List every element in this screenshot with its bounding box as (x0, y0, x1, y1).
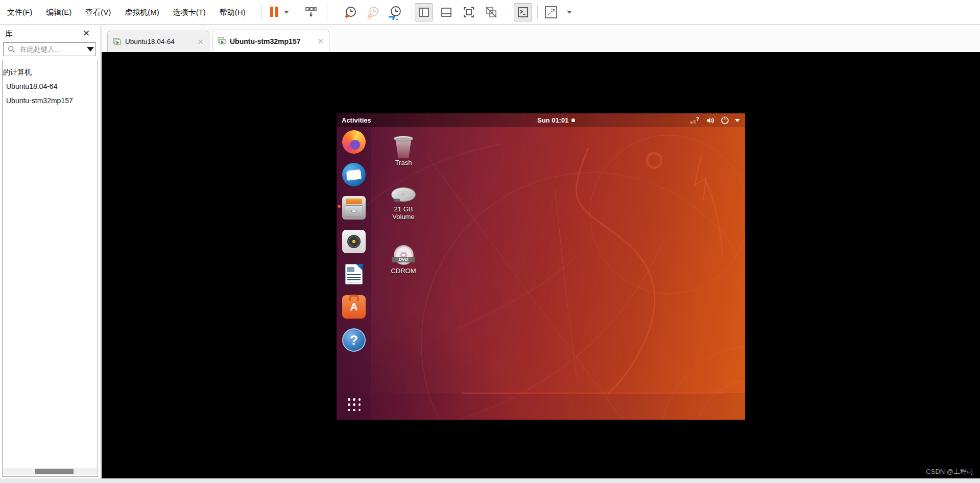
system-status-icons[interactable]: ? (690, 113, 740, 127)
pause-vm-button[interactable] (270, 7, 278, 17)
tree-item-my-computer[interactable]: 我的计算机 (2, 65, 98, 79)
desktop-icon-trash[interactable]: Trash (384, 136, 423, 166)
menubar: 文件(F) 编辑(E) 查看(V) 虚拟机(M) 选项卡(T) 帮助(H) (0, 0, 980, 25)
menu-items: 文件(F) 编辑(E) 查看(V) 虚拟机(M) 选项卡(T) 帮助(H) (7, 0, 246, 25)
vm-tab-icon (218, 37, 226, 45)
fullscreen-dropdown-caret[interactable] (567, 11, 572, 14)
vm-tab-icon (113, 38, 122, 45)
free-stretch-disabled-button[interactable] (482, 3, 500, 21)
clock-button[interactable]: Sun 01:01 (537, 113, 575, 127)
toolbar-separator (299, 5, 299, 19)
running-indicator-dot (338, 205, 341, 208)
toolbar-separator (261, 5, 262, 19)
menu-view[interactable]: 查看(V) (85, 8, 111, 17)
vm-viewport: Activities Sun 01:01 ? (102, 52, 980, 478)
show-applications-button[interactable] (348, 398, 361, 412)
hdd-icon (391, 186, 416, 205)
volume-icon (706, 116, 715, 125)
ubuntu-screen[interactable]: Activities Sun 01:01 ? (337, 113, 745, 420)
tree-item-ubuntu-stm32[interactable]: Ubuntu-stm32mp157 (6, 93, 98, 108)
power-icon (721, 116, 729, 125)
clock-text: Sun 01:01 (537, 116, 568, 124)
activities-button[interactable]: Activities (342, 116, 371, 124)
send-ctrl-alt-del-button[interactable] (304, 6, 318, 19)
svg-text:?: ? (696, 116, 699, 122)
library-close-icon[interactable]: ✕ (83, 28, 90, 39)
dock-libreoffice-writer-icon[interactable] (342, 262, 366, 286)
scrollbar-thumb[interactable] (35, 469, 74, 474)
dock-firefox-icon[interactable] (342, 130, 366, 154)
horizontal-scrollbar[interactable] (3, 468, 97, 475)
cdrom-icon: DVD (393, 245, 414, 267)
fit-guest-button[interactable] (460, 3, 478, 21)
search-dropdown-caret[interactable] (87, 47, 94, 52)
tree-item-ubuntu18[interactable]: Ubuntu18.04-64 (6, 79, 98, 93)
tab-close-icon[interactable]: ✕ (197, 37, 204, 46)
tab-label: Ubuntu18.04-64 (125, 38, 175, 45)
network-unknown-icon: ? (690, 116, 700, 125)
toolbar-separator (412, 5, 412, 19)
search-placeholder: 在此处键入... (20, 45, 87, 54)
dock-thunderbird-icon[interactable] (342, 163, 366, 186)
menu-file[interactable]: 文件(F) (7, 8, 32, 17)
ubuntu-dock: A ? (337, 127, 371, 420)
main-area: Ubuntu18.04-64 ✕ Ubuntu-stm32mp157 ✕ (102, 25, 980, 478)
trash-label: Trash (384, 159, 423, 166)
library-title: 库 (5, 29, 13, 39)
tab-strip: Ubuntu18.04-64 ✕ Ubuntu-stm32mp157 ✕ (102, 25, 980, 52)
revert-snapshot-button[interactable] (366, 6, 380, 20)
dock-ubuntu-software-icon[interactable]: A (342, 295, 366, 319)
system-menu-caret (735, 119, 740, 122)
menu-vm[interactable]: 虚拟机(M) (125, 8, 159, 17)
dock-rhythmbox-icon[interactable] (342, 230, 366, 253)
enter-fullscreen-button[interactable] (544, 6, 558, 19)
show-thumbnail-bar-button[interactable] (437, 3, 456, 21)
dock-files-icon[interactable] (342, 196, 366, 220)
show-library-button[interactable] (415, 3, 433, 21)
cdrom-label: CDROM (384, 267, 423, 275)
toolbar-separator (537, 5, 538, 19)
tab-ubuntu18[interactable]: Ubuntu18.04-64 ✕ (107, 31, 209, 52)
desktop-icon-volume[interactable]: 21 GB Volume (384, 186, 423, 221)
power-dropdown-caret[interactable] (284, 11, 289, 14)
volume-label: 21 GB Volume (388, 205, 419, 221)
tab-label: Ubuntu-stm32mp157 (230, 37, 300, 45)
toolbar-separator (327, 5, 327, 19)
take-snapshot-button[interactable] (343, 6, 357, 20)
dock-help-icon[interactable]: ? (342, 328, 366, 352)
vm-tree: 我的计算机 Ubuntu18.04-64 Ubuntu-stm32mp157 (2, 60, 98, 477)
tab-close-icon[interactable]: ✕ (317, 37, 324, 46)
desktop-icon-cdrom[interactable]: DVD CDROM (384, 245, 423, 275)
tab-ubuntu-stm32[interactable]: Ubuntu-stm32mp157 ✕ (212, 30, 329, 52)
library-search-input[interactable]: 在此处键入... (3, 42, 96, 56)
toolbar-separator (511, 5, 511, 19)
menu-help[interactable]: 帮助(H) (220, 8, 246, 17)
library-sidebar: 库 ✕ 在此处键入... 我的计算机 Ubuntu18.04-64 Ubuntu… (0, 25, 100, 478)
menu-tabs[interactable]: 选项卡(T) (173, 8, 206, 17)
trash-icon (394, 136, 413, 159)
notification-dot (571, 118, 575, 122)
console-view-button[interactable] (514, 3, 532, 21)
manage-snapshots-button[interactable] (387, 6, 402, 20)
menu-edit[interactable]: 编辑(E) (46, 8, 71, 17)
search-icon (8, 45, 15, 53)
watermark: CSDN @工程司 (926, 467, 973, 476)
